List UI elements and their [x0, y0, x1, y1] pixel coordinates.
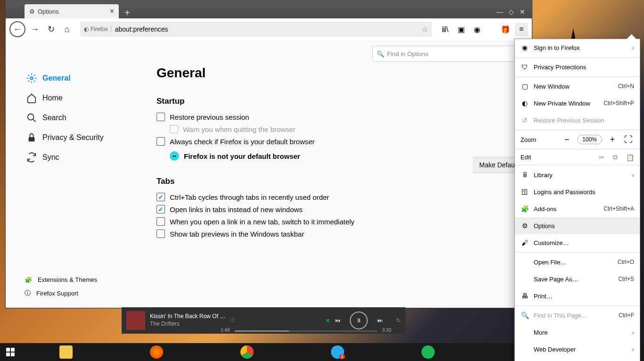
- menu-restore-session: ↺Restore Previous Session: [515, 112, 640, 129]
- close-tab-icon[interactable]: ×: [110, 7, 114, 16]
- svg-point-0: [30, 77, 33, 80]
- sidebar-support[interactable]: ⓘ Firefox Support: [25, 286, 97, 300]
- menu-logins[interactable]: ⚿Logins and Passwords: [515, 183, 640, 200]
- bookmark-star-icon[interactable]: ☆: [421, 25, 428, 34]
- menu-privacy[interactable]: 🛡Privacy Protections: [515, 58, 640, 75]
- svg-rect-3: [6, 348, 10, 352]
- forward-button[interactable]: →: [28, 23, 41, 36]
- sync-icon: [26, 152, 37, 163]
- svg-rect-6: [11, 353, 15, 356]
- menu-options[interactable]: ⚙Options: [515, 217, 640, 234]
- menu-signin[interactable]: ◉Sign in to Firefox›: [515, 39, 640, 56]
- gear-icon: ⚙: [29, 8, 35, 15]
- sidebar-button[interactable]: ▣: [454, 23, 468, 36]
- toolbar: ← → ↻ ⌂ ◐ Firefox ☆ ⅲ\ ▣ ◉ 🎁 ≡: [6, 18, 532, 41]
- taskbar-firefox[interactable]: [144, 343, 169, 361]
- sidebar-item-search[interactable]: Search: [25, 108, 138, 128]
- taskbar-spotify[interactable]: [416, 343, 440, 361]
- menu-customize[interactable]: 🖌Customize…: [515, 234, 640, 251]
- svg-point-1: [28, 114, 34, 120]
- firefox-logo-icon: ◐: [84, 26, 89, 33]
- sidebar-item-home[interactable]: Home: [25, 88, 138, 108]
- search-icon: [26, 113, 37, 123]
- menu-save-page[interactable]: Save Page As…Ctrl+S: [515, 271, 640, 287]
- identity-box[interactable]: ◐ Firefox: [84, 26, 111, 33]
- tab-option-2[interactable]: When you open a link in a new tab, switc…: [157, 217, 513, 226]
- whatsnew-button[interactable]: 🎁: [499, 23, 512, 36]
- tab-option-1[interactable]: Open links in tabs instead of new window…: [157, 205, 513, 213]
- url-input[interactable]: [114, 25, 419, 33]
- sidebar-item-privacy[interactable]: Privacy & Security: [25, 128, 138, 148]
- help-icon: ⓘ: [25, 289, 31, 297]
- menu-zoom: Zoom − 100% + ⛶: [515, 131, 640, 148]
- url-bar[interactable]: ◐ Firefox ☆: [80, 22, 432, 37]
- browser-tab[interactable]: ⚙ Options ×: [25, 4, 119, 18]
- progress-bar[interactable]: [235, 330, 377, 332]
- sidebar-item-sync[interactable]: Sync: [25, 148, 138, 167]
- menu-library[interactable]: ⅲLibrary›: [515, 166, 640, 183]
- zoom-level[interactable]: 100%: [577, 135, 602, 144]
- paste-icon[interactable]: 📋: [626, 154, 634, 161]
- gear-icon: [26, 73, 37, 83]
- svg-rect-4: [11, 348, 15, 352]
- track-artist[interactable]: The Drifters: [150, 320, 225, 328]
- gear-icon: ⚙: [520, 222, 529, 230]
- zoom-in-button[interactable]: +: [607, 134, 618, 145]
- warn-quit-checkbox: Warn you when quitting the browser: [170, 125, 513, 133]
- elapsed-time: 1:48: [221, 328, 230, 333]
- shuffle-icon[interactable]: ⤨: [325, 317, 330, 324]
- app-menu-button[interactable]: ≡: [515, 23, 528, 36]
- not-default-label: Firefox is not your default browser: [184, 152, 300, 160]
- brush-icon: 🖌: [520, 239, 529, 246]
- zoom-out-button[interactable]: −: [561, 134, 572, 145]
- library-button[interactable]: ⅲ\: [438, 23, 452, 36]
- start-button[interactable]: [0, 343, 21, 361]
- account-button[interactable]: ◉: [471, 23, 484, 36]
- cut-icon[interactable]: ✂: [599, 154, 604, 161]
- track-title[interactable]: Kissin' In The Back Row Of The Movies: [150, 313, 225, 320]
- heart-icon[interactable]: ♡: [230, 317, 235, 324]
- key-icon: ⚿: [520, 188, 529, 196]
- lock-icon: [26, 132, 37, 143]
- tab-option-3[interactable]: Show tab previews in the Windows taskbar: [157, 230, 513, 238]
- tab-option-0[interactable]: Ctrl+Tab cycles through tabs in recently…: [157, 193, 513, 201]
- menu-print[interactable]: 🖶Print…: [515, 287, 640, 304]
- minimize-button[interactable]: —: [496, 8, 503, 16]
- menu-find[interactable]: 🔍Find in This Page…Ctrl+F: [515, 307, 640, 324]
- reload-button[interactable]: ↻: [44, 23, 58, 36]
- sidebar-extensions[interactable]: 🧩 Extensions & Themes: [25, 273, 97, 286]
- preferences-main: General Startup Restore previous session…: [138, 40, 532, 308]
- maximize-button[interactable]: ◇: [509, 8, 514, 16]
- sidebar-item-general[interactable]: General: [25, 68, 138, 88]
- copy-icon[interactable]: ⧉: [613, 153, 618, 161]
- home-button[interactable]: ⌂: [60, 23, 74, 36]
- menu-whatsnew[interactable]: 🎁What's New›: [515, 358, 640, 361]
- app-menu-dropdown: ◉Sign in to Firefox› 🛡Privacy Protection…: [514, 39, 640, 361]
- menu-web-developer[interactable]: Web Developer›: [515, 341, 640, 358]
- restore-session-checkbox[interactable]: Restore previous session: [157, 113, 513, 121]
- menu-addons[interactable]: 🧩Add-onsCtrl+Shift+A: [515, 200, 640, 217]
- new-tab-button[interactable]: +: [119, 8, 136, 18]
- window-icon: ▢: [520, 82, 529, 90]
- menu-new-private[interactable]: ◐New Private WindowCtrl+Shift+P: [515, 95, 640, 112]
- prev-track-icon[interactable]: ⏮: [335, 317, 340, 324]
- tab-title: Options: [38, 8, 59, 15]
- search-icon: 🔍: [520, 312, 529, 319]
- album-art[interactable]: [126, 311, 145, 330]
- firefox-window: ⚙ Options × + — ◇ ✕ ← → ↻ ⌂ ◐ Firefox: [5, 0, 532, 308]
- menu-more[interactable]: More›: [515, 324, 640, 341]
- next-track-icon[interactable]: ⏭: [377, 317, 383, 324]
- taskbar-telegram[interactable]: 3: [325, 343, 350, 361]
- menu-new-window[interactable]: ▢New WindowCtrl+N: [515, 78, 640, 95]
- startup-heading: Startup: [157, 97, 513, 106]
- play-pause-button[interactable]: ⏸: [350, 312, 368, 329]
- taskbar-chrome[interactable]: [235, 343, 259, 361]
- page-heading: General: [157, 66, 513, 81]
- taskbar-explorer[interactable]: [54, 343, 78, 361]
- always-check-default-checkbox[interactable]: Always check if Firefox is your default …: [157, 137, 513, 146]
- menu-open-file[interactable]: Open File…Ctrl+O: [515, 254, 640, 271]
- repeat-icon[interactable]: ↻: [396, 317, 401, 324]
- fullscreen-button[interactable]: ⛶: [623, 134, 634, 145]
- close-window-button[interactable]: ✕: [520, 8, 525, 16]
- back-button[interactable]: ←: [9, 21, 25, 37]
